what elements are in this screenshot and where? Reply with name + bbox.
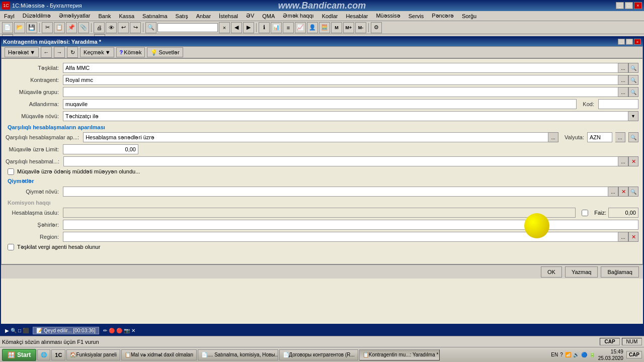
- m2-btn[interactable]: M+: [343, 22, 354, 33]
- kontragent-input[interactable]: [63, 75, 618, 85]
- undo-btn[interactable]: ↩: [118, 22, 129, 33]
- menu-istehsal[interactable]: İstehsal: [217, 12, 240, 20]
- qiymet-novu-search-btn[interactable]: 🔍: [628, 187, 638, 197]
- cut-btn[interactable]: ✂: [42, 22, 53, 33]
- menu-satinalma[interactable]: Satınalma: [140, 12, 170, 20]
- menu-fayl[interactable]: Fayl: [2, 12, 17, 20]
- m-btn[interactable]: M: [331, 22, 342, 33]
- new-btn[interactable]: 📄: [2, 22, 13, 33]
- hesablasma-usulu-input[interactable]: [63, 208, 576, 218]
- btask-qeyd[interactable]: 📝 Qeyd edilir... [00:03:36]: [33, 327, 99, 334]
- doc-maximize-btn[interactable]: □: [626, 39, 633, 45]
- copy-btn[interactable]: 📋: [54, 22, 65, 33]
- qarshiliqli-ap-dots-btn[interactable]: ...: [548, 132, 558, 142]
- taskbar-satinalma[interactable]: 📄 .... Satınalma, komisiya, Новы...: [198, 349, 278, 360]
- teskilat-dots-btn[interactable]: ...: [618, 63, 628, 73]
- region-clear-btn[interactable]: ✕: [628, 232, 638, 242]
- menu-emeliyyatlar[interactable]: Əməliyyatlar: [57, 12, 92, 20]
- teskilat-input[interactable]: [63, 63, 618, 73]
- m3-btn[interactable]: M-: [355, 22, 366, 33]
- print-btn[interactable]: 🖨: [94, 22, 105, 33]
- user-btn[interactable]: 👤: [307, 22, 318, 33]
- preview-btn[interactable]: 👁: [106, 22, 117, 33]
- list-btn[interactable]: ≡: [283, 22, 294, 33]
- menu-sorgu[interactable]: Sorğu: [460, 12, 478, 20]
- search-clear-btn[interactable]: ×: [219, 22, 230, 33]
- open-btn[interactable]: 📂: [14, 22, 25, 33]
- checkbox-muddet[interactable]: [8, 168, 14, 175]
- menu-kassa[interactable]: Kassa: [117, 12, 137, 20]
- doc-close-btn[interactable]: ×: [634, 39, 641, 45]
- taskbar-mal[interactable]: 📋 Mal və xidmət daxil olmaları: [121, 349, 197, 360]
- taskbar-dogovor[interactable]: 📄 Договоры контрагентов (R...: [279, 349, 358, 360]
- save-btn[interactable]: 💾: [26, 22, 37, 33]
- qarshiliqli-hesabmal-dots-btn[interactable]: ...: [618, 156, 628, 166]
- doc-minimize-btn[interactable]: _: [618, 39, 625, 45]
- search-prev-btn[interactable]: ◀: [231, 22, 242, 33]
- menu-bank[interactable]: Bank: [96, 12, 113, 20]
- region-dots-btn[interactable]: ...: [618, 232, 628, 242]
- menu-anbar[interactable]: Anbar: [194, 12, 213, 20]
- calc-btn[interactable]: 🧮: [319, 22, 330, 33]
- menu-muessise[interactable]: Müəssisə: [374, 12, 402, 20]
- minimize-button[interactable]: _: [616, 2, 624, 9]
- menu-servis[interactable]: Servis: [407, 12, 426, 20]
- qarshiliqli-ap-input[interactable]: [83, 132, 548, 142]
- valyuta-input[interactable]: [587, 132, 612, 142]
- menu-qma[interactable]: QMA: [260, 12, 277, 20]
- haraket-btn[interactable]: Hərəkət ▼: [5, 47, 39, 57]
- kod-input[interactable]: [598, 99, 638, 109]
- search-next-btn[interactable]: ▶: [243, 22, 254, 33]
- muqavile-novu-input[interactable]: [63, 111, 628, 121]
- muqavile-grupu-dots-btn[interactable]: ...: [618, 87, 628, 97]
- adlandirma-input[interactable]: [63, 99, 577, 109]
- sovetler-btn[interactable]: 💡 Sovetlər: [147, 47, 183, 57]
- start-button[interactable]: 🪟 Start: [2, 349, 36, 361]
- paste2-btn[interactable]: 📎: [78, 22, 89, 33]
- valyuta-search-btn[interactable]: 🔍: [628, 132, 638, 142]
- menu-ev[interactable]: ƏV: [244, 12, 256, 20]
- checkbox-vergi[interactable]: [8, 244, 14, 250]
- qiymet-novu-input[interactable]: [63, 187, 608, 197]
- nav-refresh-btn[interactable]: ↻: [67, 47, 78, 58]
- nav-fwd-btn[interactable]: →: [54, 47, 65, 58]
- menu-duzeldilme[interactable]: Düzəldilmə: [21, 12, 53, 20]
- sehirler-input[interactable]: [63, 220, 638, 230]
- menu-kodlar[interactable]: Kodlar: [320, 12, 340, 20]
- menu-emek-haqqi[interactable]: Əmək haqqı: [281, 12, 315, 20]
- muqavile-grupu-search-btn[interactable]: 🔍: [628, 87, 638, 97]
- qiymet-novu-clear-btn[interactable]: ✕: [618, 187, 628, 197]
- search-input[interactable]: [157, 23, 218, 32]
- teskilat-search-btn[interactable]: 🔍: [628, 63, 638, 73]
- taskbar-funksiyalar[interactable]: 🏠 Funksiyalar paneli: [66, 349, 120, 360]
- menu-penceree[interactable]: Pəncərə: [430, 12, 456, 20]
- close-button[interactable]: ×: [634, 2, 642, 9]
- qarshiliqli-hesabmal-clear-btn[interactable]: ✕: [628, 156, 638, 166]
- menu-hesablar[interactable]: Hesablar: [344, 12, 370, 20]
- muqavile-grupu-input[interactable]: [63, 87, 618, 97]
- baglamaq-button[interactable]: Bağlamaq: [601, 266, 639, 278]
- maximize-button[interactable]: □: [625, 2, 633, 9]
- muqavile-novu-combo-btn[interactable]: ▼: [628, 111, 638, 121]
- taskbar-1c[interactable]: 1C: [51, 349, 65, 360]
- taskbar-kontragent[interactable]: 📋 Kontragentin mu...: Yaradılma *: [359, 349, 440, 360]
- kecmek-btn[interactable]: Keçmək ▼: [80, 47, 114, 57]
- komek-btn[interactable]: ? Kömək: [116, 47, 145, 57]
- kontragent-dots-btn[interactable]: ...: [618, 75, 628, 85]
- qiymet-novu-dots-btn[interactable]: ...: [608, 187, 618, 197]
- qarshiliqli-hesabmal-input[interactable]: [63, 156, 618, 166]
- yazmaq-button[interactable]: Yazmaq: [565, 266, 598, 278]
- settings-btn[interactable]: ⚙: [371, 22, 382, 33]
- taskbar-browser[interactable]: 🌐: [37, 349, 50, 360]
- doc-btn[interactable]: 📊: [271, 22, 282, 33]
- hesablasma-usulu-check[interactable]: [582, 210, 588, 216]
- menu-satis[interactable]: Satış: [174, 12, 190, 20]
- search-btn[interactable]: 🔍: [145, 22, 156, 33]
- muqavile-limit-input[interactable]: [63, 144, 138, 154]
- info-btn[interactable]: ℹ: [259, 22, 270, 33]
- faiz-input[interactable]: [608, 208, 638, 218]
- paste-btn[interactable]: 📌: [66, 22, 77, 33]
- nav-back-btn[interactable]: ←: [41, 47, 52, 58]
- valyuta-dots-btn[interactable]: ...: [615, 132, 625, 142]
- kontragent-search-btn[interactable]: 🔍: [628, 75, 638, 85]
